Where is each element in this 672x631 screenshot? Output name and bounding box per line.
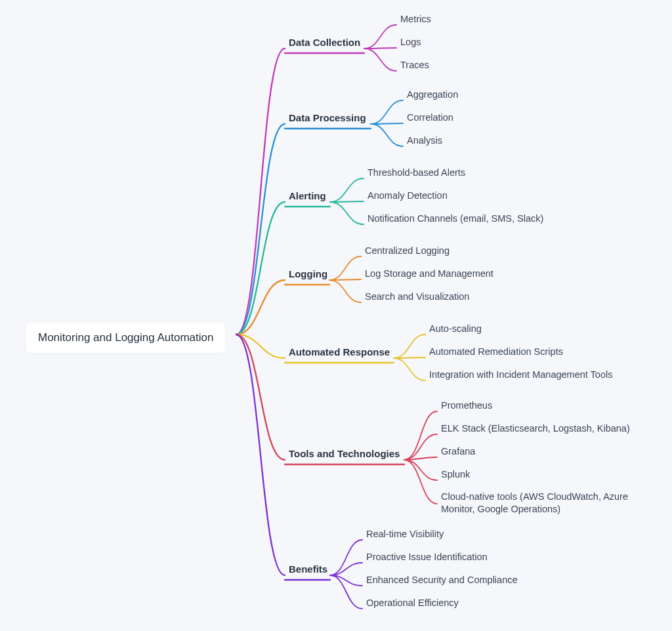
leaf-cloud-native-tools: Cloud-native tools (AWS CloudWatch, Azur… <box>441 491 638 516</box>
leaf-logs: Logs <box>400 36 421 49</box>
leaf-notification-channels: Notification Channels (email, SMS, Slack… <box>368 213 543 225</box>
mindmap-connections <box>0 0 672 631</box>
leaf-proactive-issue: Proactive Issue Identification <box>366 551 488 563</box>
leaf-enhanced-security: Enhanced Security and Compliance <box>366 574 518 586</box>
leaf-real-time-visibility: Real-time Visibility <box>366 528 444 540</box>
leaf-elk-stack: ELK Stack (Elasticsearch, Logstash, Kiba… <box>441 422 630 435</box>
leaf-splunk: Splunk <box>441 468 470 481</box>
branch-alerting: Alerting <box>289 190 326 203</box>
leaf-centralized-logging: Centralized Logging <box>365 245 450 257</box>
leaf-remediation-scripts: Automated Remediation Scripts <box>429 346 563 358</box>
leaf-search-visualization: Search and Visualization <box>365 291 469 303</box>
root-node: Monitoring and Logging Automation <box>26 323 225 353</box>
leaf-threshold-alerts: Threshold-based Alerts <box>368 167 465 179</box>
leaf-metrics: Metrics <box>400 13 431 26</box>
branch-logging: Logging <box>289 268 327 281</box>
leaf-log-storage: Log Storage and Management <box>365 268 494 280</box>
leaf-auto-scaling: Auto-scaling <box>429 323 482 335</box>
leaf-correlation: Correlation <box>407 112 453 124</box>
branch-automated-response: Automated Response <box>289 346 390 359</box>
leaf-grafana: Grafana <box>441 445 475 458</box>
branch-benefits: Benefits <box>289 563 327 576</box>
leaf-analysis: Analysis <box>407 134 442 147</box>
mindmap-diagram: Monitoring and Logging Automation Data C… <box>0 0 672 631</box>
leaf-traces: Traces <box>400 59 429 71</box>
leaf-operational-efficiency: Operational Efficiency <box>366 597 459 609</box>
leaf-aggregation: Aggregation <box>407 89 458 101</box>
branch-tools-technologies: Tools and Technologies <box>289 447 400 460</box>
leaf-incident-integration: Integration with Incident Management Too… <box>429 369 612 381</box>
branch-data-processing: Data Processing <box>289 112 366 125</box>
leaf-anomaly-detection: Anomaly Detection <box>368 190 448 202</box>
branch-data-collection: Data Collection <box>289 36 360 49</box>
leaf-prometheus: Prometheus <box>441 399 492 412</box>
